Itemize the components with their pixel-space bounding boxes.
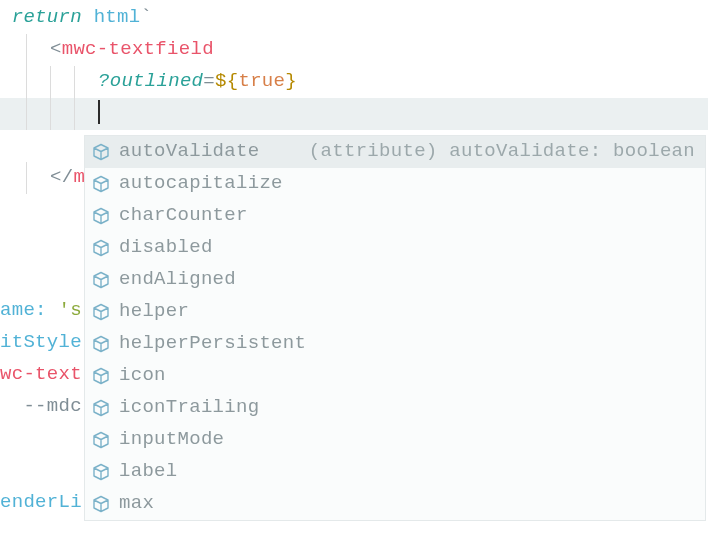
attr-outlined: outlined <box>110 70 204 92</box>
bg-name-val: 's <box>47 299 82 321</box>
interp-open: ${ <box>215 70 238 92</box>
field-icon <box>91 174 111 194</box>
autocomplete-label: icon <box>119 360 166 392</box>
autocomplete-item-helper[interactable]: helper <box>85 296 705 328</box>
field-icon <box>91 334 111 354</box>
autocomplete-label: max <box>119 488 154 520</box>
autocomplete-label: label <box>119 456 178 488</box>
autocomplete-label: autoValidate <box>119 136 259 168</box>
autocomplete-label: helperPersistent <box>119 328 306 360</box>
autocomplete-label: endAligned <box>119 264 236 296</box>
field-icon <box>91 206 111 226</box>
autocomplete-item-autocapitalize[interactable]: autocapitalize <box>85 168 705 200</box>
interp-close: } <box>285 70 297 92</box>
literal-true: true <box>238 70 285 92</box>
autocomplete-item-label[interactable]: label <box>85 456 705 488</box>
autocomplete-item-max[interactable]: max <box>85 488 705 520</box>
autocomplete-item-disabled[interactable]: disabled <box>85 232 705 264</box>
field-icon <box>91 430 111 450</box>
autocomplete-item-inputMode[interactable]: inputMode <box>85 424 705 456</box>
autocomplete-label: disabled <box>119 232 213 264</box>
field-icon <box>91 366 111 386</box>
field-icon <box>91 142 111 162</box>
autocomplete-detail: (attribute) autoValidate: boolean <box>279 136 705 168</box>
tag-name: mwc-textfield <box>62 38 214 60</box>
bg-selector: wc-text <box>0 363 82 385</box>
bg-renderli: enderLi <box>0 491 82 513</box>
angle-open: < <box>50 38 62 60</box>
text-cursor <box>98 100 100 124</box>
bg-litstyle: itStyle <box>0 331 82 353</box>
field-icon <box>91 238 111 258</box>
autocomplete-popup[interactable]: autoValidate(attribute) autoValidate: bo… <box>84 135 706 521</box>
autocomplete-label: iconTrailing <box>119 392 259 424</box>
autocomplete-label: inputMode <box>119 424 224 456</box>
autocomplete-item-charCounter[interactable]: charCounter <box>85 200 705 232</box>
bg-name-key: ame: <box>0 299 47 321</box>
autocomplete-item-autoValidate[interactable]: autoValidate(attribute) autoValidate: bo… <box>85 136 705 168</box>
autocomplete-label: autocapitalize <box>119 168 283 200</box>
code-editor[interactable]: return html` <mwc-textfield ?outlined=${… <box>0 0 708 194</box>
autocomplete-item-icon[interactable]: icon <box>85 360 705 392</box>
backtick: ` <box>140 6 152 28</box>
field-icon <box>91 494 111 514</box>
autocomplete-item-iconTrailing[interactable]: iconTrailing <box>85 392 705 424</box>
close-angle: </ <box>50 166 73 188</box>
field-icon <box>91 462 111 482</box>
keyword-return: return <box>12 6 82 28</box>
equals: = <box>203 70 215 92</box>
function-html: html <box>94 6 141 28</box>
field-icon <box>91 398 111 418</box>
attr-prefix: ? <box>98 70 110 92</box>
field-icon <box>91 302 111 322</box>
field-icon <box>91 270 111 290</box>
autocomplete-item-helperPersistent[interactable]: helperPersistent <box>85 328 705 360</box>
autocomplete-label: helper <box>119 296 189 328</box>
autocomplete-label: charCounter <box>119 200 248 232</box>
autocomplete-item-endAligned[interactable]: endAligned <box>85 264 705 296</box>
